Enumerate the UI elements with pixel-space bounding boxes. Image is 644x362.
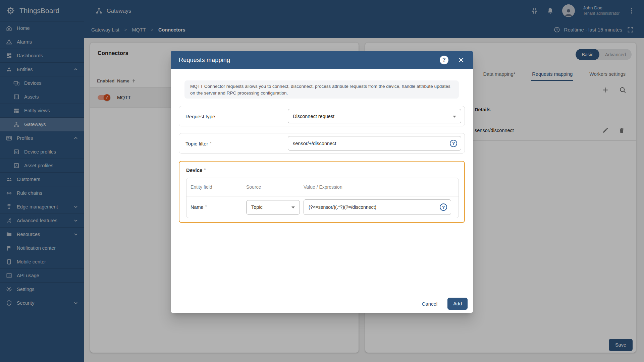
chevron-down-icon [291,206,295,208]
device-table: Entity fieldSourceValue / Expression Nam… [186,178,459,218]
add-button[interactable]: Add [447,298,468,310]
topic-filter-field: Topic filter ? [179,133,465,154]
device-column-header: Value / Expression [304,184,454,190]
help-icon[interactable]: ? [440,56,448,64]
device-table-header: Entity fieldSourceValue / Expression [186,178,459,196]
close-icon[interactable] [458,56,465,64]
device-table-row: Name Topic ? [186,196,459,218]
dialog-title: Requests mapping [179,57,230,64]
topic-filter-inputbox: ? [288,136,461,150]
device-label: Device [186,167,206,173]
topic-filter-label: Topic filter [185,140,211,146]
expression-help-icon[interactable]: ? [440,203,447,211]
device-field-name: Name [191,204,246,210]
request-type-field: Request type Disconnect request [179,106,465,126]
device-source-select[interactable]: Topic [246,200,300,215]
device-section: Device Entity fieldSourceValue / Express… [179,161,465,223]
device-column-header: Source [246,184,304,190]
topic-filter-help-icon[interactable]: ? [450,140,457,147]
device-column-header: Entity field [191,184,246,190]
device-expression-inputbox: ? [304,199,451,215]
request-type-label: Request type [185,113,215,119]
info-banner: MQTT Connector requests allows you to co… [184,80,459,99]
dialog-header: Requests mapping ? [171,51,473,69]
request-type-select[interactable]: Disconnect request [288,109,461,123]
requests-mapping-dialog: Requests mapping ? MQTT Connector reques… [171,51,473,313]
dialog-footer: Cancel Add [422,298,468,310]
device-expression-input[interactable] [304,200,451,215]
cancel-button[interactable]: Cancel [422,301,437,307]
chevron-down-icon [453,116,456,118]
topic-filter-input[interactable] [288,136,461,150]
